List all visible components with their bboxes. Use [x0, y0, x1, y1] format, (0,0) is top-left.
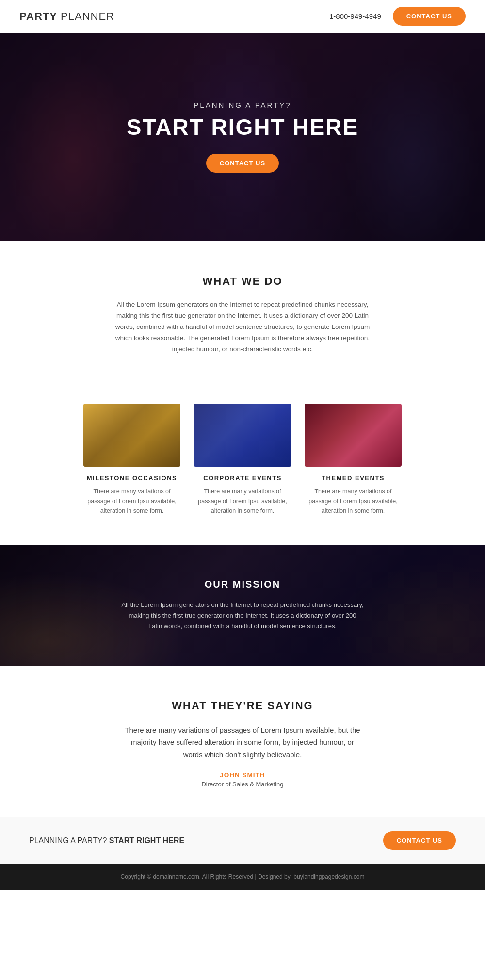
what-we-do-description: All the Lorem Ipsum generators on the In…	[107, 299, 378, 355]
testimonial-name: JOHN SMITH	[19, 771, 466, 779]
service-name-milestone: MILESTONE OCCASIONS	[83, 474, 180, 482]
cta-text-bold: START RIGHT HERE	[109, 836, 184, 845]
footer: Copyright © domainname.com. All Rights R…	[0, 864, 485, 890]
mission-content: OUR MISSION All the Lorem Ipsum generato…	[19, 579, 466, 632]
mission-description: All the Lorem Ipsum generators on the In…	[121, 600, 364, 632]
logo-light: PLANNER	[57, 10, 114, 22]
what-we-do-title: WHAT WE DO	[19, 275, 466, 288]
phone-number: 1-800-949-4949	[329, 12, 381, 20]
cta-contact-button[interactable]: CONTACT US	[383, 831, 456, 850]
what-we-do-section: WHAT WE DO All the Lorem Ipsum generator…	[0, 241, 485, 404]
mission-section: OUR MISSION All the Lorem Ipsum generato…	[0, 545, 485, 666]
testimonial-title: WHAT THEY'RE SAYING	[19, 700, 466, 712]
logo: PARTY PLANNER	[19, 10, 114, 23]
mission-title: OUR MISSION	[19, 579, 466, 590]
service-image-themed	[305, 404, 402, 467]
service-image-milestone	[83, 404, 180, 467]
hero-contact-button[interactable]: CONTACT US	[206, 154, 279, 173]
service-image-corporate	[194, 404, 291, 467]
service-card-milestone: MILESTONE OCCASIONS There are many varia…	[83, 404, 180, 516]
header-right: 1-800-949-4949 CONTACT US	[329, 7, 466, 26]
service-card-themed: THEMED EVENTS There are many variations …	[305, 404, 402, 516]
service-desc-milestone: There are many variations of passage of …	[83, 487, 180, 516]
service-desc-corporate: There are many variations of passage of …	[194, 487, 291, 516]
cta-banner: PLANNING A PARTY? START RIGHT HERE CONTA…	[0, 817, 485, 864]
footer-text: Copyright © domainname.com. All Rights R…	[19, 873, 466, 880]
hero-title: START RIGHT HERE	[127, 114, 358, 140]
service-name-corporate: CORPORATE EVENTS	[194, 474, 291, 482]
service-card-corporate: CORPORATE EVENTS There are many variatio…	[194, 404, 291, 516]
service-desc-themed: There are many variations of passage of …	[305, 487, 402, 516]
services-section: MILESTONE OCCASIONS There are many varia…	[0, 404, 485, 545]
testimonial-quote: There are many variations of passages of…	[121, 724, 364, 761]
service-name-themed: THEMED EVENTS	[305, 474, 402, 482]
hero-content: PLANNING A PARTY? START RIGHT HERE CONTA…	[127, 101, 358, 173]
header-contact-button[interactable]: CONTACT US	[393, 7, 466, 26]
hero-subtitle: PLANNING A PARTY?	[127, 101, 358, 109]
hero-section: PLANNING A PARTY? START RIGHT HERE CONTA…	[0, 33, 485, 241]
logo-bold: PARTY	[19, 10, 57, 22]
testimonial-section: WHAT THEY'RE SAYING There are many varia…	[0, 666, 485, 817]
header: PARTY PLANNER 1-800-949-4949 CONTACT US	[0, 0, 485, 33]
cta-text-normal: PLANNING A PARTY?	[29, 836, 107, 845]
cta-text: PLANNING A PARTY? START RIGHT HERE	[29, 836, 184, 845]
testimonial-role: Director of Sales & Marketing	[19, 781, 466, 788]
